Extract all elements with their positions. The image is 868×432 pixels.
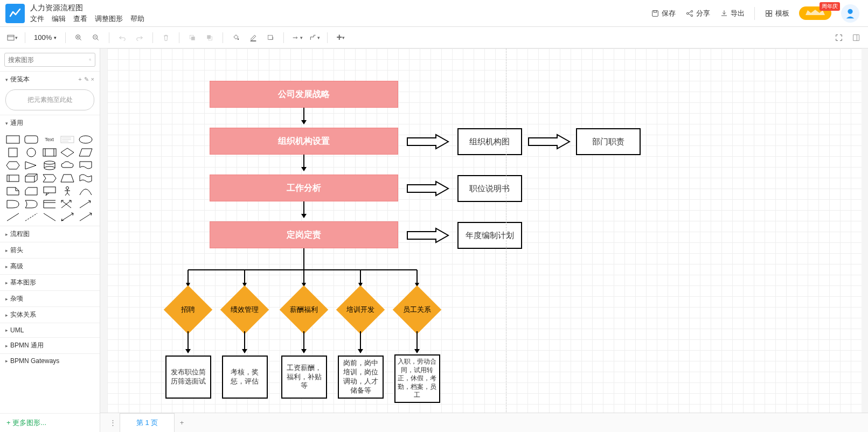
node-strategy[interactable]: 公司发展战略 xyxy=(210,81,398,108)
node-recruit[interactable]: 招聘 xyxy=(164,285,212,334)
shape-text[interactable]: Text xyxy=(42,134,57,145)
node-dept-duty[interactable]: 部门职责 xyxy=(576,128,641,155)
shape-circle[interactable] xyxy=(24,147,39,158)
node-perf-detail[interactable]: 考核，奖惩，评估 xyxy=(222,356,268,399)
shape-square[interactable] xyxy=(5,147,20,158)
shape-dashed[interactable] xyxy=(24,212,39,222)
to-back-button[interactable] xyxy=(202,30,217,45)
zoom-select[interactable]: 100%▾ xyxy=(31,33,60,41)
node-annual-plan[interactable]: 年度编制计划 xyxy=(457,222,522,249)
shape-ellipse[interactable] xyxy=(78,134,93,145)
edit-icon[interactable]: ✎ xyxy=(84,76,89,83)
save-button[interactable]: 保存 xyxy=(651,9,676,18)
category-misc[interactable]: 杂项 xyxy=(0,291,100,306)
promo-badge[interactable]: 周年庆 xyxy=(799,6,831,20)
block-arrow[interactable] xyxy=(406,227,449,245)
shape-step[interactable] xyxy=(42,173,57,184)
shape-trapezoid[interactable] xyxy=(60,173,75,184)
add-icon[interactable]: + xyxy=(78,76,81,83)
share-button[interactable]: 分享 xyxy=(685,9,710,18)
pages-menu-button[interactable]: ⋮ xyxy=(106,416,120,430)
menu-view[interactable]: 查看 xyxy=(73,14,87,24)
zoom-in-button[interactable] xyxy=(71,30,86,45)
shape-tape[interactable] xyxy=(78,173,93,184)
shape-callout[interactable] xyxy=(42,186,57,197)
shape-datastore[interactable] xyxy=(42,199,57,210)
node-train-detail[interactable]: 岗前，岗中培训，岗位调动，人才储备等 xyxy=(338,356,384,399)
shape-biarrow2[interactable] xyxy=(60,212,75,222)
category-bpmn-general[interactable]: BPMN 通用 xyxy=(0,338,100,353)
format-panel-button[interactable] xyxy=(849,30,864,45)
shape-cloud[interactable] xyxy=(60,160,75,171)
node-org-setup[interactable]: 组织机构设置 xyxy=(210,128,398,155)
node-performance[interactable]: 绩效管理 xyxy=(220,285,269,334)
redo-button[interactable] xyxy=(132,30,147,45)
app-logo[interactable] xyxy=(5,4,25,23)
node-recruit-detail[interactable]: 发布职位简历筛选面试 xyxy=(165,356,211,399)
menu-help[interactable]: 帮助 xyxy=(130,14,144,24)
document-title[interactable]: 人力资源流程图 xyxy=(30,3,144,13)
shadow-button[interactable] xyxy=(263,30,278,45)
to-front-button[interactable] xyxy=(185,30,200,45)
user-avatar[interactable] xyxy=(841,4,859,23)
shape-actor[interactable] xyxy=(60,186,75,197)
category-advanced[interactable]: 高级 xyxy=(0,259,100,274)
line-color-button[interactable] xyxy=(246,30,261,45)
shape-diamond[interactable] xyxy=(60,147,75,158)
shape-note[interactable] xyxy=(5,186,20,197)
shape-cube[interactable] xyxy=(24,173,39,184)
shape-hexagon[interactable] xyxy=(5,160,20,171)
block-arrow[interactable] xyxy=(406,134,449,151)
fill-color-button[interactable] xyxy=(228,30,244,45)
node-post-duty[interactable]: 定岗定责 xyxy=(210,221,398,248)
shape-rounded[interactable] xyxy=(24,134,39,145)
zoom-out-button[interactable] xyxy=(88,30,103,45)
fullscreen-button[interactable] xyxy=(831,30,846,45)
node-job-desc[interactable]: 职位说明书 xyxy=(457,175,522,202)
shape-card[interactable] xyxy=(24,186,39,197)
shape-document[interactable] xyxy=(78,160,93,171)
category-flowchart[interactable]: 流程图 xyxy=(0,226,100,242)
shape-parallelogram[interactable] xyxy=(78,147,93,158)
block-arrow[interactable] xyxy=(406,180,449,198)
search-input[interactable] xyxy=(8,54,89,65)
category-arrows[interactable]: 箭头 xyxy=(0,242,100,258)
add-page-button[interactable]: + xyxy=(175,416,189,430)
shape-dirarrow[interactable] xyxy=(78,212,93,222)
template-button[interactable]: 模板 xyxy=(765,9,789,18)
node-rel-detail[interactable]: 入职，劳动合同，试用转正，休假，考勤，档案，员工 xyxy=(394,354,440,403)
category-entity[interactable]: 实体关系 xyxy=(0,307,100,323)
shape-ipr[interactable] xyxy=(5,173,20,184)
category-basic[interactable]: 基本图形 xyxy=(0,275,100,290)
block-arrow[interactable] xyxy=(527,134,571,151)
shape-cylinder[interactable] xyxy=(42,160,57,171)
category-general[interactable]: 通用 xyxy=(0,115,100,131)
node-org-chart[interactable]: 组织机构图 xyxy=(457,128,522,155)
node-comp-detail[interactable]: 工资薪酬，福利，补贴等 xyxy=(281,356,327,399)
shape-biarrow[interactable] xyxy=(60,199,75,210)
shape-arrow[interactable] xyxy=(78,199,93,210)
category-uml[interactable]: UML xyxy=(0,323,100,337)
export-button[interactable]: 导出 xyxy=(720,9,745,18)
node-job-analysis[interactable]: 工作分析 xyxy=(210,175,398,201)
shape-line[interactable] xyxy=(5,212,20,222)
node-training[interactable]: 培训开发 xyxy=(336,285,385,334)
delete-button[interactable] xyxy=(158,30,173,45)
category-bpmn-gateways[interactable]: BPMN Gateways xyxy=(0,354,100,368)
shape-search[interactable] xyxy=(4,53,95,67)
menu-arrange[interactable]: 调整图形 xyxy=(95,14,123,24)
view-button[interactable]: ▾ xyxy=(4,30,19,45)
close-icon[interactable]: × xyxy=(91,76,94,83)
waypoint-button[interactable]: ▾ xyxy=(307,30,322,45)
menu-edit[interactable]: 编辑 xyxy=(52,14,66,24)
shape-process[interactable] xyxy=(42,147,57,158)
shape-curve[interactable] xyxy=(78,186,93,197)
more-shapes-button[interactable]: + 更多图形... xyxy=(0,413,100,432)
page-tab-1[interactable]: 第 1 页 xyxy=(120,413,175,433)
shape-line2[interactable] xyxy=(42,212,57,222)
node-relations[interactable]: 员工关系 xyxy=(393,285,441,334)
menu-file[interactable]: 文件 xyxy=(30,14,44,24)
shape-or[interactable] xyxy=(24,199,39,210)
shape-textbox[interactable] xyxy=(60,134,75,145)
add-button[interactable]: +▾ xyxy=(333,30,348,45)
